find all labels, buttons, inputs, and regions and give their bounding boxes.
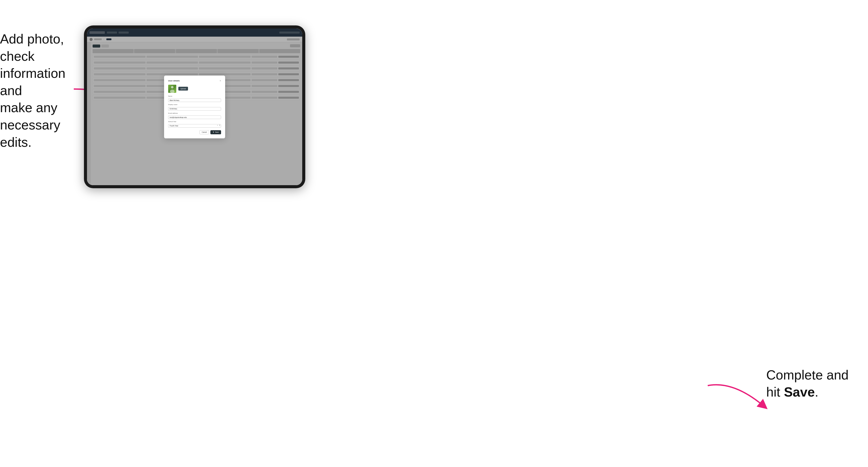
modal-actions: Cancel ⬆ Save (168, 130, 221, 134)
upload-photo-button[interactable]: Upload (178, 87, 188, 91)
school-year-label: School Year (168, 121, 221, 122)
email-label: Email address (168, 113, 221, 114)
school-year-select-wrapper: × ▲▼ (168, 123, 221, 128)
modal-close-button[interactable]: × (220, 80, 221, 82)
tablet-screen: › (87, 29, 302, 185)
display-name-field-group: Display name (168, 104, 221, 111)
person-silhouette (168, 85, 176, 93)
school-year-field-group: School Year × ▲▼ (168, 121, 221, 128)
modal-title: User details (168, 80, 180, 82)
email-field-group: Email address (168, 113, 221, 119)
photo-upload-area: Upload (168, 85, 221, 93)
display-name-label: Display name (168, 104, 221, 105)
photo-image (168, 85, 176, 93)
email-input[interactable] (168, 116, 221, 119)
svg-point-2 (171, 86, 174, 89)
modal-overlay: User details × Upload (87, 29, 302, 185)
modal-title-bar: User details × (168, 80, 221, 82)
name-label: Name (168, 95, 221, 97)
name-field-group: Name (168, 95, 221, 102)
save-icon: ⬆ (213, 131, 214, 133)
save-label: Save (215, 131, 219, 133)
user-details-modal: User details × Upload (164, 75, 225, 138)
right-arrow (637, 365, 769, 416)
svg-point-3 (170, 90, 175, 93)
save-button[interactable]: ⬆ Save (210, 130, 221, 134)
school-year-clear-icon[interactable]: × (217, 124, 218, 126)
school-year-input[interactable] (168, 124, 221, 128)
cancel-button[interactable]: Cancel (199, 130, 209, 134)
display-name-input[interactable] (168, 107, 221, 111)
tablet-device: › (84, 25, 305, 188)
annotation-left: Add photo, check information and make an… (0, 31, 82, 151)
school-year-arrows-icon[interactable]: ▲▼ (219, 124, 220, 126)
name-input[interactable] (168, 98, 221, 102)
annotation-right: Complete and hit Save. (766, 367, 863, 401)
photo-thumbnail (168, 85, 176, 93)
